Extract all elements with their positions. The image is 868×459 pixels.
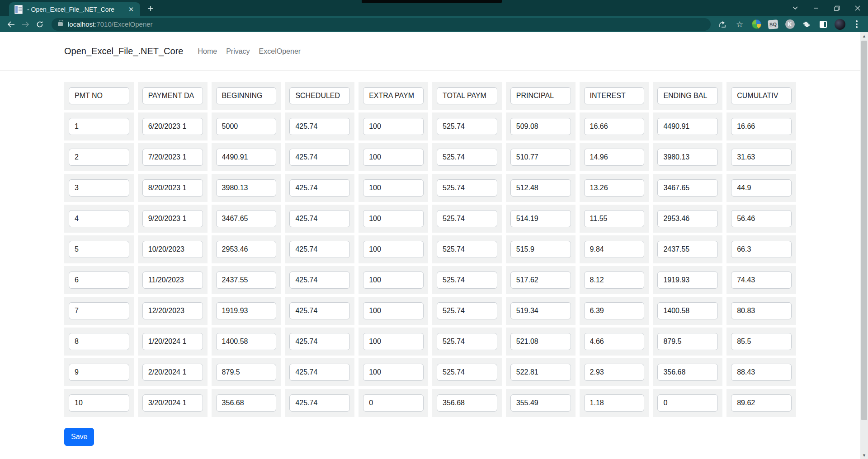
row9-col10-input[interactable] (731, 364, 792, 381)
minimize-icon[interactable] (806, 0, 826, 16)
vertical-scrollbar[interactable]: ▲ ▼ (860, 32, 868, 459)
side-panel-icon[interactable] (816, 18, 830, 31)
row7-col6-input[interactable] (437, 302, 497, 319)
row6-col4-input[interactable] (289, 272, 350, 289)
browser-tab[interactable]: - Open_Excel_File_.NET_Core ✕ (9, 2, 140, 16)
row7-col2-input[interactable] (142, 302, 203, 319)
row9-col2-input[interactable] (142, 364, 203, 381)
nav-link-excelopener[interactable]: ExcelOpener (255, 44, 306, 59)
nav-link-home[interactable]: Home (193, 44, 222, 59)
row10-col6-input[interactable] (437, 394, 497, 412)
row4-col3-input[interactable] (216, 210, 277, 227)
row9-col7-input[interactable] (510, 364, 571, 381)
row3-col5-input[interactable] (363, 179, 424, 197)
row3-col10-input[interactable] (731, 179, 792, 197)
row4-col7-input[interactable] (510, 210, 571, 227)
row4-col4-input[interactable] (289, 210, 350, 227)
row2-col8-input[interactable] (584, 149, 645, 166)
row6-col6-input[interactable] (437, 272, 497, 289)
scroll-up-icon[interactable]: ▲ (860, 32, 868, 40)
row4-col10-input[interactable] (731, 210, 792, 227)
row8-col1-input[interactable] (69, 333, 129, 350)
row9-col8-input[interactable] (584, 364, 645, 381)
row6-col9-input[interactable] (657, 272, 718, 289)
row7-col5-input[interactable] (363, 302, 424, 319)
header-input[interactable] (437, 87, 497, 104)
header-input[interactable] (510, 87, 571, 104)
header-input[interactable] (657, 87, 718, 104)
row3-col2-input[interactable] (142, 179, 203, 197)
row10-col2-input[interactable] (142, 394, 203, 412)
row5-col5-input[interactable] (363, 241, 424, 258)
row8-col7-input[interactable] (510, 333, 571, 350)
scroll-down-icon[interactable]: ▼ (860, 451, 868, 459)
row10-col1-input[interactable] (69, 394, 129, 412)
row5-col10-input[interactable] (731, 241, 792, 258)
row5-col2-input[interactable] (142, 241, 203, 258)
row6-col1-input[interactable] (69, 272, 129, 289)
row1-col5-input[interactable] (363, 118, 424, 135)
menu-dots-icon[interactable] (850, 18, 863, 31)
row10-col7-input[interactable] (510, 394, 571, 412)
row8-col3-input[interactable] (216, 333, 277, 350)
row9-col5-input[interactable] (363, 364, 424, 381)
row3-col8-input[interactable] (584, 179, 645, 197)
row9-col9-input[interactable] (657, 364, 718, 381)
row10-col10-input[interactable] (731, 394, 792, 412)
row9-col3-input[interactable] (216, 364, 277, 381)
header-input[interactable] (69, 87, 129, 104)
row4-col2-input[interactable] (142, 210, 203, 227)
row3-col1-input[interactable] (69, 179, 129, 197)
row8-col10-input[interactable] (731, 333, 792, 350)
row10-col4-input[interactable] (289, 394, 350, 412)
restore-icon[interactable] (826, 0, 847, 16)
reload-icon[interactable] (33, 18, 47, 31)
row1-col3-input[interactable] (216, 118, 277, 135)
address-bar[interactable]: localhost :7010/ExcelOpener (52, 18, 711, 31)
row5-col7-input[interactable] (510, 241, 571, 258)
row10-col5-input[interactable] (363, 394, 424, 412)
row7-col7-input[interactable] (510, 302, 571, 319)
bookmark-star-icon[interactable]: ☆ (733, 18, 746, 31)
row10-col9-input[interactable] (657, 394, 718, 412)
row6-col7-input[interactable] (510, 272, 571, 289)
tab-close-icon[interactable]: ✕ (127, 5, 136, 14)
row1-col7-input[interactable] (510, 118, 571, 135)
row5-col3-input[interactable] (216, 241, 277, 258)
scrollbar-thumb[interactable] (861, 41, 867, 420)
idm-extension-icon[interactable] (750, 18, 763, 31)
row5-col9-input[interactable] (657, 241, 718, 258)
row8-col6-input[interactable] (437, 333, 497, 350)
row5-col6-input[interactable] (437, 241, 497, 258)
row5-col4-input[interactable] (289, 241, 350, 258)
row2-col3-input[interactable] (216, 149, 277, 166)
row1-col9-input[interactable] (657, 118, 718, 135)
header-input[interactable] (142, 87, 203, 104)
row7-col10-input[interactable] (731, 302, 792, 319)
row3-col6-input[interactable] (437, 179, 497, 197)
row8-col2-input[interactable] (142, 333, 203, 350)
row4-col6-input[interactable] (437, 210, 497, 227)
row3-col4-input[interactable] (289, 179, 350, 197)
header-input[interactable] (363, 87, 424, 104)
row6-col2-input[interactable] (142, 272, 203, 289)
row1-col10-input[interactable] (731, 118, 792, 135)
row1-col6-input[interactable] (437, 118, 497, 135)
header-input[interactable] (216, 87, 277, 104)
row1-col2-input[interactable] (142, 118, 203, 135)
header-input[interactable] (289, 87, 350, 104)
row1-col1-input[interactable] (69, 118, 129, 135)
row2-col1-input[interactable] (69, 149, 129, 166)
row10-col3-input[interactable] (216, 394, 277, 412)
nav-link-privacy[interactable]: Privacy (222, 44, 254, 59)
save-button[interactable]: Save (64, 428, 94, 446)
close-window-icon[interactable] (847, 0, 868, 16)
row1-col4-input[interactable] (289, 118, 350, 135)
row2-col7-input[interactable] (510, 149, 571, 166)
row4-col9-input[interactable] (657, 210, 718, 227)
row7-col3-input[interactable] (216, 302, 277, 319)
k-extension-icon[interactable]: K (783, 18, 797, 31)
row10-col8-input[interactable] (584, 394, 645, 412)
row2-col9-input[interactable] (657, 149, 718, 166)
extensions-puzzle-icon[interactable] (800, 18, 813, 31)
